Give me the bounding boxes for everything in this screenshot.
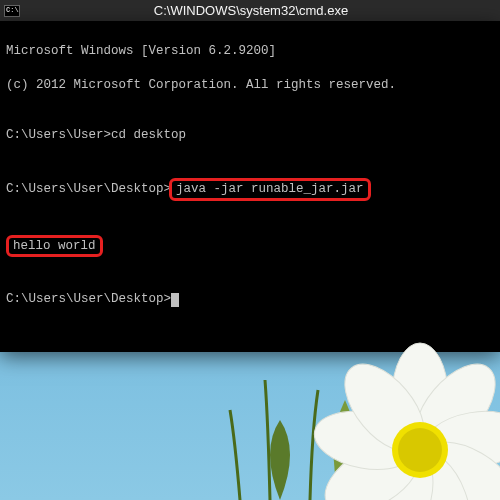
window-titlebar[interactable]: C:\ C:\WINDOWS\system32\cmd.exe xyxy=(0,0,500,22)
highlighted-output: hello world xyxy=(6,235,103,258)
svg-point-8 xyxy=(330,350,440,466)
svg-point-5 xyxy=(357,443,445,500)
svg-point-7 xyxy=(310,404,422,477)
prompt-line-3: C:\Users\User\Desktop> xyxy=(6,291,494,308)
svg-point-6 xyxy=(313,427,431,500)
cursor xyxy=(171,293,179,307)
output-line: hello world xyxy=(6,235,494,258)
command-text: java -jar runable_jar.jar xyxy=(176,182,364,196)
prompt-text: C:\Users\User> xyxy=(6,127,111,144)
svg-point-2 xyxy=(418,404,500,477)
highlighted-command: java -jar runable_jar.jar xyxy=(169,178,371,201)
copyright-line: (c) 2012 Microsoft Corporation. All righ… xyxy=(6,77,494,94)
prompt-text: C:\Users\User\Desktop> xyxy=(6,291,171,308)
version-line: Microsoft Windows [Version 6.2.9200] xyxy=(6,43,494,60)
cmd-icon: C:\ xyxy=(4,5,20,17)
svg-point-10 xyxy=(398,428,442,472)
cmd-icon-text: C:\ xyxy=(6,7,19,14)
svg-point-0 xyxy=(392,343,448,447)
svg-point-4 xyxy=(395,443,483,500)
prompt-text: C:\Users\User\Desktop> xyxy=(6,181,171,198)
output-text: hello world xyxy=(13,239,96,253)
prompt-line-2: C:\Users\User\Desktop>java -jar runable_… xyxy=(6,178,494,201)
svg-point-3 xyxy=(409,427,500,500)
command-text: cd desktop xyxy=(111,127,186,144)
svg-point-1 xyxy=(400,350,500,466)
svg-point-9 xyxy=(392,422,448,478)
prompt-line-1: C:\Users\User>cd desktop xyxy=(6,127,494,144)
window-title: C:\WINDOWS\system32\cmd.exe xyxy=(24,3,496,18)
terminal-output[interactable]: Microsoft Windows [Version 6.2.9200] (c)… xyxy=(0,22,500,352)
